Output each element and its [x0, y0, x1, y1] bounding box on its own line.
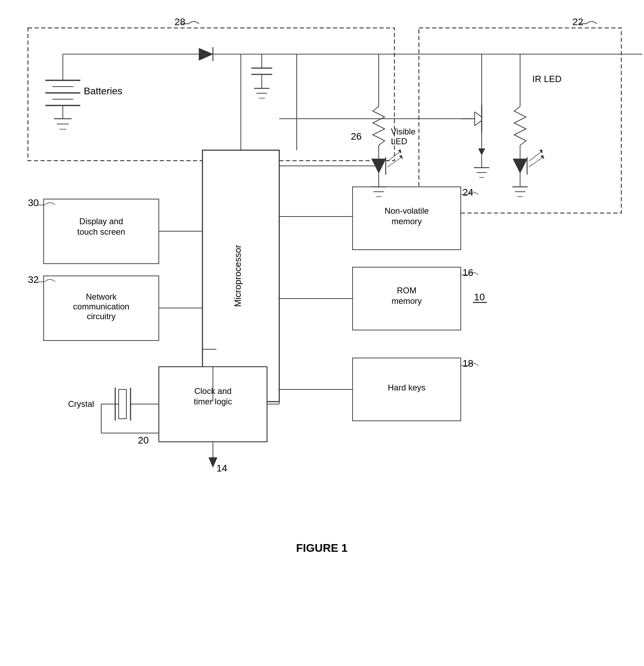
visible-led-text2: LED — [391, 137, 407, 146]
figure-label-text: FIGURE 1 — [296, 542, 348, 554]
ir-led-text: IR LED — [532, 74, 562, 84]
label-20: 20 — [138, 435, 149, 446]
rom-text2: memory — [392, 296, 422, 306]
svg-marker-178 — [513, 159, 527, 173]
rom-text1: ROM — [397, 286, 416, 295]
label-30: 30 — [28, 197, 39, 208]
batteries-text: Batteries — [84, 86, 123, 96]
svg-line-192 — [475, 112, 482, 117]
visible-led-text1: Visible — [391, 127, 415, 136]
svg-rect-144 — [119, 389, 126, 419]
label-22: 22 — [572, 16, 583, 27]
crystal-text: Crystal — [68, 399, 94, 409]
label-28: 28 — [175, 16, 185, 27]
network-text3: circuitry — [87, 312, 116, 321]
display-text2: touch screen — [77, 227, 125, 236]
svg-marker-142 — [209, 458, 217, 467]
microprocessor-text: Microprocessor — [232, 245, 243, 307]
network-text2: communication — [73, 302, 129, 311]
label-10: 10 — [474, 292, 485, 302]
label-14: 14 — [216, 463, 227, 474]
hardkeys-text: Hard keys — [388, 383, 425, 392]
label-26: 26 — [351, 131, 362, 142]
svg-rect-99 — [28, 28, 394, 161]
svg-line-193 — [475, 120, 482, 126]
display-text1: Display and — [79, 217, 123, 226]
nvm-text2: memory — [392, 217, 422, 226]
svg-marker-113 — [199, 48, 213, 60]
svg-line-182 — [529, 158, 542, 167]
nvm-text1: Non-volatile — [385, 206, 429, 215]
label-32: 32 — [28, 274, 39, 285]
network-text1: Network — [86, 292, 117, 301]
svg-marker-196 — [478, 148, 485, 155]
